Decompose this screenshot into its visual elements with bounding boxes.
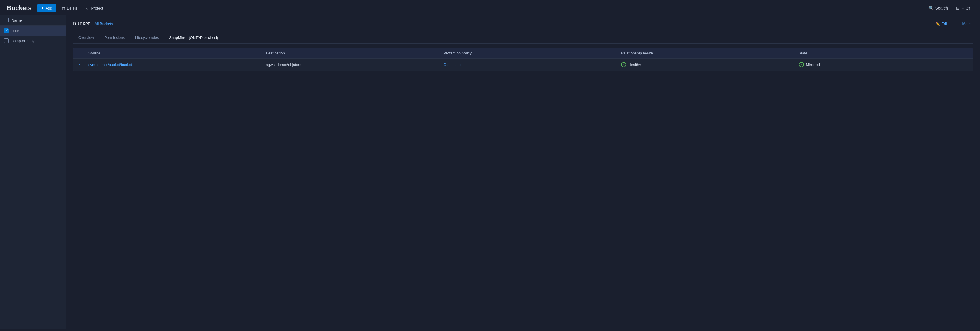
- svg-rect-0: [5, 19, 8, 21]
- content-header-left: bucket All Buckets: [73, 21, 113, 27]
- tab-permissions[interactable]: Permissions: [99, 33, 130, 43]
- td-relationship-health: Healthy: [617, 62, 795, 67]
- toolbar-actions: + Add 🗑 Delete 🛡 Protect: [37, 4, 106, 12]
- more-button[interactable]: ⋮ More: [953, 19, 973, 28]
- breadcrumb-link[interactable]: All Buckets: [94, 22, 113, 26]
- td-source[interactable]: svm_demo:/bucket/bucket: [85, 62, 262, 67]
- bucket-checkbox[interactable]: [4, 28, 9, 33]
- search-icon: 🔍: [929, 6, 934, 10]
- th-protection-policy: Protection policy: [440, 51, 617, 55]
- shield-icon: 🛡: [86, 6, 89, 10]
- sidebar: Name bucket ontap-dummy: [0, 15, 66, 329]
- ontap-dummy-checkbox[interactable]: [4, 38, 9, 43]
- content-header: bucket All Buckets ✏️ Edit ⋮ More: [73, 19, 973, 28]
- snapmirror-table: Source Destination Protection policy Rel…: [73, 48, 973, 71]
- dots-icon: ⋮: [956, 21, 961, 27]
- page-header: Buckets + Add 🗑 Delete 🛡 Protect 🔍 Searc…: [0, 0, 980, 15]
- tabs: Overview Permissions Lifecycle rules Sna…: [73, 33, 973, 43]
- filter-button[interactable]: ⊟ Filter: [953, 4, 973, 12]
- th-checkbox: [73, 51, 85, 55]
- delete-button[interactable]: 🗑 Delete: [59, 4, 81, 12]
- tab-snapmirror[interactable]: SnapMirror (ONTAP or cloud): [164, 33, 223, 43]
- trash-icon: 🗑: [61, 6, 65, 10]
- edit-button[interactable]: ✏️ Edit: [933, 20, 950, 27]
- state-status-icon: [799, 62, 804, 67]
- select-all-checkbox[interactable]: [4, 18, 9, 22]
- protect-button[interactable]: 🛡 Protect: [83, 4, 106, 12]
- row-checkbox-cell: ›: [73, 62, 85, 67]
- content-area: bucket All Buckets ✏️ Edit ⋮ More Overvi…: [66, 15, 980, 329]
- th-source: Source: [85, 51, 262, 55]
- sidebar-item-label-ontap-dummy: ontap-dummy: [11, 38, 34, 43]
- add-button[interactable]: + Add: [37, 4, 56, 12]
- edit-icon: ✏️: [935, 22, 940, 26]
- td-protection-policy[interactable]: Continuous: [440, 62, 617, 67]
- td-state: Mirrored: [795, 62, 973, 67]
- content-header-right: ✏️ Edit ⋮ More: [933, 19, 973, 28]
- tab-overview[interactable]: Overview: [73, 33, 99, 43]
- search-button[interactable]: 🔍 Search: [926, 4, 951, 12]
- th-relationship-health: Relationship health: [617, 51, 795, 55]
- content-bucket-name: bucket: [73, 21, 90, 27]
- td-destination: sgws_demo:/objstore: [262, 62, 440, 67]
- th-destination: Destination: [262, 51, 440, 55]
- page-title: Buckets: [7, 4, 32, 12]
- sidebar-item-label-bucket: bucket: [11, 29, 22, 33]
- sidebar-item-bucket[interactable]: bucket: [0, 26, 66, 36]
- sidebar-header: Name: [0, 15, 66, 26]
- sidebar-column-header: Name: [11, 18, 22, 22]
- sidebar-item-ontap-dummy[interactable]: ontap-dummy: [0, 36, 66, 46]
- tab-lifecycle-rules[interactable]: Lifecycle rules: [130, 33, 164, 43]
- main-layout: Name bucket ontap-dummy bucket All Bucke…: [0, 15, 980, 329]
- th-state: State: [795, 51, 973, 55]
- plus-icon: +: [41, 6, 44, 10]
- table-row: › svm_demo:/bucket/bucket sgws_demo:/obj…: [73, 59, 973, 71]
- row-expand-chevron[interactable]: ›: [79, 62, 80, 67]
- table-header: Source Destination Protection policy Rel…: [73, 48, 973, 59]
- filter-icon: ⊟: [956, 6, 959, 10]
- health-status-icon: [621, 62, 626, 67]
